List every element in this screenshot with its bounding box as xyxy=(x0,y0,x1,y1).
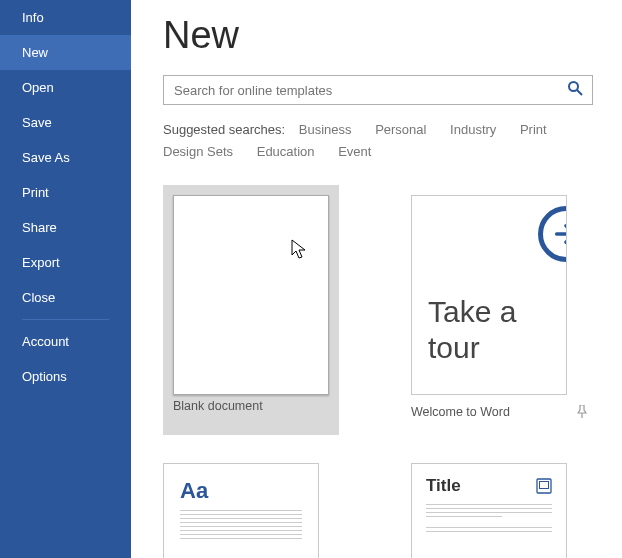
template-welcome-to-word[interactable]: Take a tour Welcome to Word xyxy=(411,185,587,435)
sidebar-item-info[interactable]: Info xyxy=(0,0,131,35)
page-title: New xyxy=(163,14,600,57)
search-icon[interactable] xyxy=(567,80,583,100)
suggested-search-education[interactable]: Education xyxy=(257,144,315,159)
sidebar-item-options[interactable]: Options xyxy=(0,359,131,394)
titled-preview-title: Title xyxy=(426,476,461,496)
template-titled-thumbnail: Title xyxy=(411,463,567,558)
template-tour-text: Take a tour xyxy=(428,294,550,366)
suggested-search-event[interactable]: Event xyxy=(338,144,371,159)
image-placeholder-icon xyxy=(536,478,552,494)
suggested-search-print[interactable]: Print xyxy=(520,122,547,137)
sidebar-item-save-as[interactable]: Save As xyxy=(0,140,131,175)
cursor-icon xyxy=(291,239,307,263)
pin-icon[interactable] xyxy=(577,405,587,421)
sidebar-item-print[interactable]: Print xyxy=(0,175,131,210)
template-titled[interactable]: Title xyxy=(411,463,587,558)
suggested-search-industry[interactable]: Industry xyxy=(450,122,496,137)
sidebar-item-open[interactable]: Open xyxy=(0,70,131,105)
sidebar-item-share[interactable]: Share xyxy=(0,210,131,245)
letter-preview-sample: Aa xyxy=(180,478,302,504)
search-input[interactable] xyxy=(163,75,593,105)
template-tour-thumbnail: Take a tour xyxy=(411,195,567,395)
sidebar-item-close[interactable]: Close xyxy=(0,280,131,315)
template-caption: Welcome to Word xyxy=(411,395,587,419)
templates-grid: Blank document Take a tour Welcome to Wo… xyxy=(163,185,600,558)
template-letter-thumbnail: Aa xyxy=(163,463,319,558)
suggested-search-business[interactable]: Business xyxy=(299,122,352,137)
template-caption: Blank document xyxy=(173,395,329,413)
content-panel: New Suggested searches: Business Persona… xyxy=(131,0,622,558)
sidebar: Info New Open Save Save As Print Share E… xyxy=(0,0,131,558)
suggested-search-design-sets[interactable]: Design Sets xyxy=(163,144,233,159)
sidebar-item-export[interactable]: Export xyxy=(0,245,131,280)
template-letter[interactable]: Aa xyxy=(163,463,339,558)
svg-line-1 xyxy=(577,90,582,95)
svg-point-0 xyxy=(569,82,578,91)
sidebar-item-new[interactable]: New xyxy=(0,35,131,70)
sidebar-item-account[interactable]: Account xyxy=(0,324,131,359)
suggested-search-personal[interactable]: Personal xyxy=(375,122,426,137)
suggested-searches-label: Suggested searches: xyxy=(163,122,285,137)
arrow-right-icon xyxy=(538,206,567,262)
sidebar-item-save[interactable]: Save xyxy=(0,105,131,140)
template-blank-document[interactable]: Blank document xyxy=(163,185,339,435)
svg-rect-3 xyxy=(540,482,549,489)
template-blank-thumbnail xyxy=(173,195,329,395)
search-bar xyxy=(163,75,600,105)
suggested-searches: Suggested searches: Business Personal In… xyxy=(163,119,600,163)
sidebar-divider xyxy=(22,319,109,320)
